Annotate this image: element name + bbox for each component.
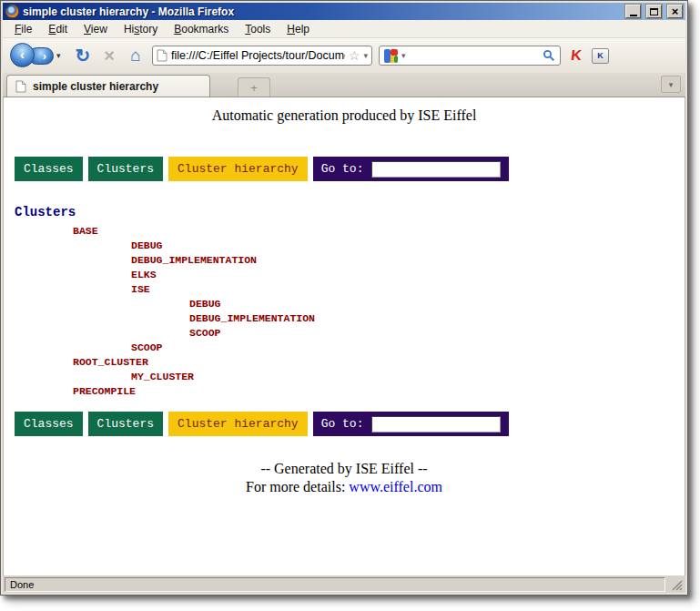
resize-grip-icon [671,579,683,591]
tree-item-scoop[interactable]: SCOOP [15,326,685,341]
tree-item-base[interactable]: BASE [15,224,685,239]
url-bar[interactable]: file:///C:/Eiffel Projects/tour/Document… [152,46,372,66]
clusters-button[interactable]: Clusters [88,157,163,181]
back-forward-group: › ‹ ▾ [10,43,66,68]
clusters-button[interactable]: Clusters [88,412,163,436]
google-logo-icon[interactable] [384,49,398,63]
bookmark-star-icon[interactable]: ☆ [349,49,360,62]
minimize-icon [630,15,637,16]
tree-item-elks[interactable]: ELKS [15,268,685,282]
maximize-button[interactable] [646,5,662,18]
home-button[interactable]: ⌂ [126,46,146,65]
tree-item-debug_implementation[interactable]: DEBUG_IMPLEMENTATION [15,311,685,326]
tree-item-ise[interactable]: ISE [15,282,685,297]
menu-file[interactable]: File [6,21,40,37]
search-bar[interactable]: ▾ [379,46,561,66]
titlebar[interactable]: simple cluster hierarchy - Mozilla Firef… [3,3,685,20]
menu-help[interactable]: Help [279,21,318,37]
page-footer: -- Generated by ISE Eiffel -- For more d… [4,460,685,496]
tab-page-icon [15,80,26,93]
search-engine-dropdown-icon[interactable]: ▾ [401,51,406,60]
search-magnifier-icon[interactable] [543,49,555,62]
close-button[interactable]: × [667,5,683,18]
nav-button-row-top: Classes Clusters Cluster hierarchy Go to… [15,157,685,181]
resize-grip[interactable] [667,577,684,592]
menu-bookmarks[interactable]: Bookmarks [166,21,237,37]
menu-tools[interactable]: Tools [237,21,279,37]
menubar: FileEditViewHistoryBookmarksToolsHelp [3,20,685,38]
nav-button-row-bottom: Classes Clusters Cluster hierarchy Go to… [15,412,685,436]
reload-button[interactable]: ↻ [73,46,93,65]
goto-input[interactable] [371,416,501,433]
tree-item-debug[interactable]: DEBUG [15,239,685,253]
maximize-icon [650,8,658,15]
goto-panel: Go to: [313,412,510,436]
tree-item-root_cluster[interactable]: ROOT_CLUSTER [15,355,685,370]
kaspersky-icon[interactable]: K [566,47,586,64]
classes-button[interactable]: Classes [15,157,83,181]
goto-label: Go to: [321,162,364,176]
cluster-tree: BASEDEBUGDEBUG_IMPLEMENTATIONELKSISEDEBU… [4,224,685,399]
eiffel-link[interactable]: www.eiffel.com [349,479,442,494]
classes-button[interactable]: Classes [15,412,83,436]
tree-item-debug[interactable]: DEBUG [15,297,685,311]
tab-strip: simple cluster hierarchy + ▾ [3,73,685,97]
cluster-hierarchy-button[interactable]: Cluster hierarchy [168,412,308,436]
menu-edit[interactable]: Edit [40,21,76,37]
tree-item-scoop[interactable]: SCOOP [15,341,685,355]
section-heading: Clusters [15,205,685,219]
url-dropdown-icon[interactable]: ▾ [363,51,368,60]
stop-button[interactable]: × [99,46,119,65]
firefox-icon [5,5,19,18]
page-icon [157,49,167,62]
tab-simple-cluster-hierarchy[interactable]: simple cluster hierarchy [6,75,210,97]
status-text: Done [5,577,665,592]
search-input[interactable] [410,49,539,62]
footer-line1: -- Generated by ISE Eiffel -- [4,460,685,478]
tab-label: simple cluster hierarchy [33,80,158,93]
menu-history[interactable]: History [116,21,166,37]
cluster-hierarchy-button[interactable]: Cluster hierarchy [168,157,308,181]
tree-item-debug_implementation[interactable]: DEBUG_IMPLEMENTATION [15,253,685,268]
menu-view[interactable]: View [76,21,116,37]
window-title: simple cluster hierarchy - Mozilla Firef… [23,5,620,18]
tree-item-my_cluster[interactable]: MY_CLUSTER [15,370,685,384]
navigation-toolbar: › ‹ ▾ ↻ × ⌂ file:///C:/Eiffel Projects/t… [3,38,685,73]
url-text[interactable]: file:///C:/Eiffel Projects/tour/Document… [171,49,345,62]
list-all-tabs-button[interactable]: ▾ [661,76,681,93]
k-key-button[interactable]: K [592,48,609,64]
back-button[interactable]: ‹ [10,43,35,67]
close-icon: × [672,6,679,16]
minimize-button[interactable] [625,5,641,18]
tree-item-precompile[interactable]: PRECOMPILE [15,384,685,399]
browser-window: simple cluster hierarchy - Mozilla Firef… [0,0,688,596]
goto-panel: Go to: [313,157,510,181]
page-content: Automatic generation produced by ISE Eif… [3,97,685,575]
goto-input[interactable] [371,161,501,178]
footer-line2: For more details: www.eiffel.com [4,478,685,496]
new-tab-button[interactable]: + [238,77,270,97]
page-title: Automatic generation produced by ISE Eif… [4,107,685,124]
status-bar: Done [3,575,685,593]
footer-prefix: For more details: [246,479,349,494]
history-dropdown-icon[interactable]: ▾ [56,51,61,60]
goto-label: Go to: [321,417,364,431]
